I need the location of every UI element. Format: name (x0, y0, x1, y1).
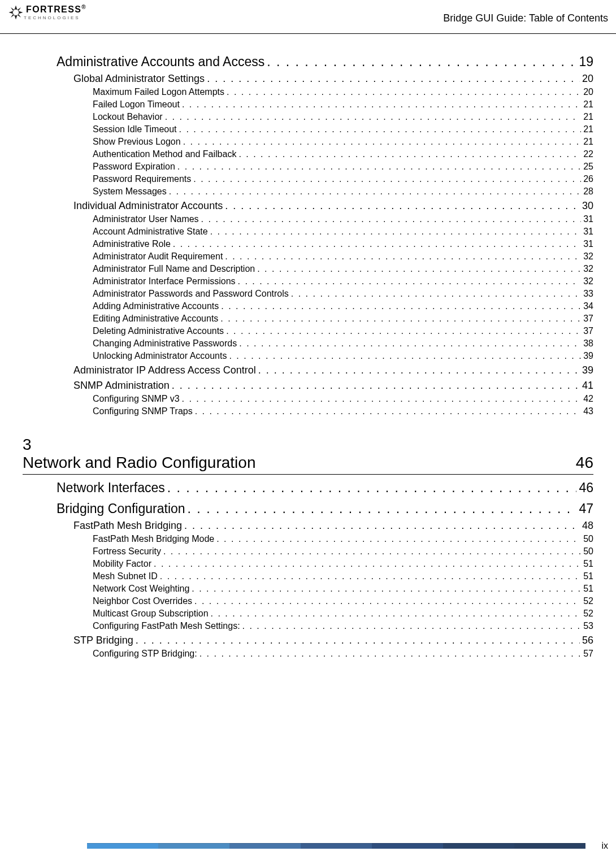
toc-entry-title: Multicast Group Subscription (93, 609, 209, 619)
toc-entry-page: 56 (582, 635, 593, 646)
toc-entry[interactable]: Changing Administrative Passwords . . . … (93, 336, 593, 349)
toc-entry-title: Network Cost Weighting (93, 584, 189, 594)
toc-entry[interactable]: Administrative Accounts and Access . . .… (57, 49, 593, 70)
toc-entry[interactable]: Unlocking Administrator Accounts . . . .… (93, 349, 593, 361)
toc-entry[interactable]: Administrator Audit Requirement . . . . … (93, 249, 593, 262)
toc-entry[interactable]: Network Cost Weighting . . . . . . . . .… (93, 581, 593, 594)
toc-entry[interactable]: SNMP Administration . . . . . . . . . . … (73, 376, 593, 392)
toc-entry[interactable]: Individual Administrator Accounts . . . … (73, 197, 593, 212)
toc-entry-title: Deleting Administrative Accounts (93, 326, 224, 336)
toc-leader-dots: . . . . . . . . . . . . . . . . . . . . … (226, 326, 581, 336)
toc-leader-dots: . . . . . . . . . . . . . . . . . . . . … (167, 480, 577, 496)
toc-entry-title: Network Interfaces (57, 480, 165, 496)
toc-entry[interactable]: Configuring STP Bridging: . . . . . . . … (93, 646, 593, 659)
toc-leader-dots: . . . . . . . . . . . . . . . . . . . . … (182, 394, 582, 404)
toc-entry-page: 26 (583, 174, 593, 184)
toc-entry-page: 51 (583, 571, 593, 581)
toc-entry[interactable]: Mesh Subnet ID . . . . . . . . . . . . .… (93, 569, 593, 581)
footer-bar-segment (443, 843, 514, 849)
toc-entry[interactable]: Lockout Behavior . . . . . . . . . . . .… (93, 110, 593, 122)
toc-entry-title: Session Idle Timeout (93, 124, 177, 134)
toc-entry[interactable]: Fortress Security . . . . . . . . . . . … (93, 544, 593, 557)
toc-entry-page: 41 (582, 380, 593, 392)
svg-marker-7 (17, 14, 21, 18)
toc-entry[interactable]: System Messages . . . . . . . . . . . . … (93, 184, 593, 197)
toc-entry[interactable]: Authentication Method and Failback . . .… (93, 147, 593, 159)
toc-entry[interactable]: Show Previous Logon . . . . . . . . . . … (93, 134, 593, 147)
footer-bar-segment (87, 843, 158, 849)
brand-text-block: FORTRESS® TECHNOLOGIES (24, 5, 86, 20)
toc-entry-title: Administrator Interface Permissions (93, 276, 236, 286)
toc-entry[interactable]: Mobility Factor . . . . . . . . . . . . … (93, 557, 593, 569)
toc-entry[interactable]: Account Administrative State . . . . . .… (93, 224, 593, 237)
toc-entry-page: 34 (583, 301, 593, 311)
toc-entry[interactable]: Administrative Role . . . . . . . . . . … (93, 237, 593, 249)
toc-entry[interactable]: Editing Administrative Accounts . . . . … (93, 311, 593, 324)
toc-leader-dots: . . . . . . . . . . . . . . . . . . . . … (257, 264, 581, 274)
toc-entry[interactable]: Neighbor Cost Overrides . . . . . . . . … (93, 594, 593, 606)
toc-entry-title: Lockout Behavior (93, 112, 163, 122)
toc-entry[interactable]: Network Interfaces . . . . . . . . . . .… (57, 475, 593, 496)
toc-entry[interactable]: Deleting Administrative Accounts . . . .… (93, 324, 593, 336)
brand-name: FORTRESS® (26, 5, 86, 14)
footer-bar-segment (514, 843, 585, 849)
toc-entry-page: 25 (583, 162, 593, 172)
toc-entry-title: Fortress Security (93, 546, 161, 557)
toc-entry[interactable]: Session Idle Timeout . . . . . . . . . .… (93, 122, 593, 134)
toc-entry-title: Administrator IP Address Access Control (73, 364, 256, 376)
toc-entry-title: Unlocking Administrator Accounts (93, 351, 227, 361)
toc-entry-title: Administrator Full Name and Description (93, 264, 255, 274)
svg-marker-1 (14, 15, 18, 19)
toc-entry-title: Administrative Accounts and Access (57, 54, 264, 70)
svg-marker-6 (11, 14, 15, 18)
toc-leader-dots: . . . . . . . . . . . . . . . . . . . . … (267, 54, 576, 70)
toc-leader-dots: . . . . . . . . . . . . . . . . . . . . … (165, 112, 582, 122)
toc-leader-dots: . . . . . . . . . . . . . . . . . . . . … (201, 214, 582, 224)
toc-entry[interactable]: Failed Logon Timeout . . . . . . . . . .… (93, 97, 593, 110)
toc-entry-title: System Messages (93, 186, 167, 197)
toc-leader-dots: . . . . . . . . . . . . . . . . . . . . … (221, 301, 581, 311)
toc-entry[interactable]: Administrator Interface Permissions . . … (93, 274, 593, 286)
footer-bar-segment (229, 843, 301, 849)
toc-entry[interactable]: Adding Administrative Accounts . . . . .… (93, 299, 593, 311)
toc-leader-dots: . . . . . . . . . . . . . . . . . . . . … (225, 200, 580, 212)
toc-entry-page: 31 (583, 214, 593, 224)
toc-leader-dots: . . . . . . . . . . . . . . . . . . . . … (173, 239, 581, 249)
toc-entry[interactable]: Global Administrator Settings . . . . . … (73, 70, 593, 85)
toc-entry[interactable]: Administrator User Names . . . . . . . .… (93, 212, 593, 224)
toc-entry-title: Adding Administrative Accounts (93, 301, 219, 311)
footer-bar-segment (158, 843, 229, 849)
footer-bar-segment (301, 843, 372, 849)
toc-entry-title: Administrator User Names (93, 214, 199, 224)
toc-entry[interactable]: STP Bridging . . . . . . . . . . . . . .… (73, 631, 593, 646)
toc-entry[interactable]: Password Expiration . . . . . . . . . . … (93, 159, 593, 172)
toc-entry-page: 51 (583, 584, 593, 594)
toc-leader-dots: . . . . . . . . . . . . . . . . . . . . … (220, 314, 581, 324)
toc-entry[interactable]: Password Requirements . . . . . . . . . … (93, 172, 593, 184)
chapter-title: Network and Radio Configuration (23, 454, 255, 472)
toc-entry-page: 21 (583, 124, 593, 134)
toc-entry[interactable]: Configuring SNMP Traps . . . . . . . . .… (93, 404, 593, 416)
svg-marker-0 (14, 6, 18, 10)
toc-entry[interactable]: FastPath Mesh Bridging Mode . . . . . . … (93, 532, 593, 544)
toc-leader-dots: . . . . . . . . . . . . . . . . . . . . … (193, 174, 581, 184)
toc-leader-dots: . . . . . . . . . . . . . . . . . . . . … (225, 251, 581, 262)
toc-entry-title: Administrator Audit Requirement (93, 251, 223, 262)
toc-entry-page: 33 (583, 289, 593, 299)
toc-entry[interactable]: Configuring SNMP v3 . . . . . . . . . . … (93, 392, 593, 404)
toc-entry[interactable]: Multicast Group Subscription . . . . . .… (93, 606, 593, 619)
toc-leader-dots: . . . . . . . . . . . . . . . . . . . . … (199, 649, 582, 659)
toc-leader-dots: . . . . . . . . . . . . . . . . . . . . … (177, 162, 581, 172)
toc-entry[interactable]: Bridging Configuration . . . . . . . . .… (57, 496, 593, 516)
toc-entry-page: 31 (583, 227, 593, 237)
toc-entry[interactable]: Administrator Full Name and Description … (93, 262, 593, 274)
toc-entry[interactable]: FastPath Mesh Bridging . . . . . . . . .… (73, 516, 593, 532)
toc-entry[interactable]: Administrator Passwords and Password Con… (93, 286, 593, 299)
toc-entry[interactable]: Administrator IP Address Access Control … (73, 361, 593, 376)
toc-list: Network Interfaces . . . . . . . . . . .… (23, 475, 593, 659)
toc-entry-title: Mesh Subnet ID (93, 571, 158, 581)
toc-entry-page: 22 (583, 149, 593, 159)
toc-entry[interactable]: Configuring FastPath Mesh Settings: . . … (93, 619, 593, 631)
toc-entry[interactable]: Maximum Failed Logon Attempts . . . . . … (93, 85, 593, 97)
toc-entry-page: 32 (583, 264, 593, 274)
